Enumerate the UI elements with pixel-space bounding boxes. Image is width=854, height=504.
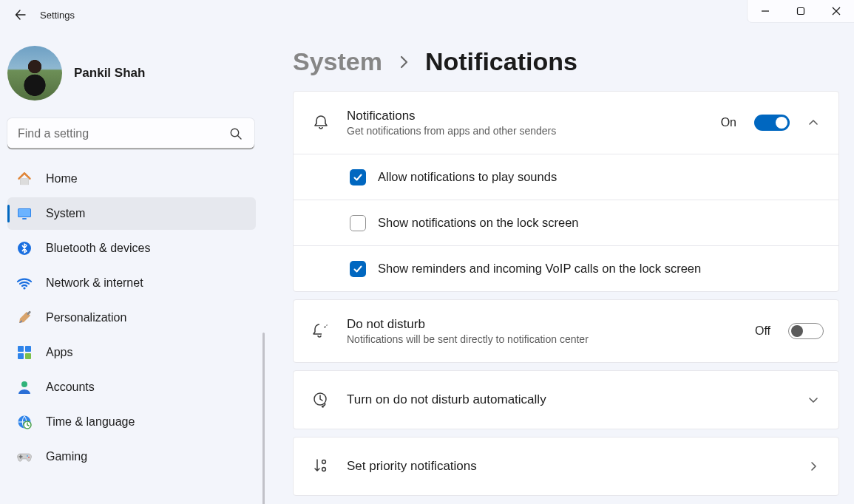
sidebar-item-label: Accounts	[46, 381, 95, 394]
clock-globe-icon	[16, 414, 33, 430]
sidebar-item-gaming[interactable]: Gaming	[7, 440, 256, 473]
dnd-icon: zz	[308, 321, 333, 341]
notifications-row[interactable]: Notifications Get notifications from app…	[294, 92, 838, 154]
maximize-icon	[796, 7, 805, 16]
user-name: Pankil Shah	[74, 66, 145, 81]
svg-rect-2	[21, 178, 29, 185]
search-input[interactable]	[7, 118, 254, 149]
bluetooth-icon	[16, 240, 33, 256]
search-box[interactable]	[7, 118, 254, 149]
close-icon	[832, 7, 841, 16]
notifications-toggle[interactable]	[754, 115, 790, 131]
option-row-voip[interactable]: Show reminders and incoming VoIP calls o…	[294, 245, 838, 291]
dnd-row[interactable]: zz Do not disturb Notifications will be …	[294, 300, 838, 362]
sidebar-item-label: Personalization	[46, 311, 126, 324]
svg-rect-11	[18, 353, 24, 359]
svg-point-16	[27, 455, 28, 457]
sidebar-nav: Home System Bluetooth & devices Network …	[7, 163, 265, 473]
system-icon	[16, 205, 33, 222]
person-icon	[16, 379, 33, 395]
svg-rect-5	[22, 218, 27, 219]
checkbox-play-sounds[interactable]	[350, 169, 366, 185]
wifi-icon	[16, 275, 33, 291]
option-row-play-sounds[interactable]: Allow notifications to play sounds	[294, 154, 838, 200]
sidebar-item-label: Home	[46, 172, 78, 185]
chevron-up-icon[interactable]	[803, 117, 824, 129]
svg-rect-0	[798, 8, 804, 15]
svg-rect-10	[25, 346, 31, 352]
notifications-title: Notifications	[347, 109, 708, 123]
sidebar-item-time[interactable]: Time & language	[7, 406, 256, 438]
sidebar-item-label: Network & internet	[46, 276, 143, 290]
notifications-subtitle: Get notifications from apps and other se…	[347, 125, 708, 137]
chevron-right-icon	[399, 54, 409, 70]
gamepad-icon	[16, 449, 33, 465]
close-button[interactable]	[819, 0, 854, 22]
option-label: Show reminders and incoming VoIP calls o…	[378, 262, 701, 276]
sidebar-item-label: Time & language	[46, 415, 135, 429]
sidebar-scrollbar[interactable]	[262, 333, 265, 504]
back-button[interactable]	[10, 4, 31, 25]
svg-text:z: z	[326, 323, 328, 327]
dnd-title: Do not disturb	[347, 317, 742, 332]
minimize-button[interactable]	[748, 0, 783, 22]
priority-icon	[308, 457, 333, 475]
clock-arrow-icon	[308, 391, 333, 409]
sidebar-item-label: Gaming	[46, 450, 87, 463]
paintbrush-icon	[16, 310, 33, 326]
svg-point-13	[21, 381, 27, 387]
chevron-down-icon[interactable]	[803, 394, 824, 406]
breadcrumb-leaf: Notifications	[425, 47, 577, 76]
option-row-lockscreen[interactable]: Show notifications on the lock screen	[294, 200, 838, 245]
svg-rect-9	[18, 346, 24, 352]
svg-point-21	[322, 460, 326, 464]
maximize-button[interactable]	[783, 0, 819, 22]
sidebar-item-accounts[interactable]: Accounts	[7, 371, 256, 403]
window-title: Settings	[40, 10, 75, 21]
sidebar-item-bluetooth[interactable]: Bluetooth & devices	[7, 232, 256, 265]
breadcrumb: System Notifications	[293, 47, 839, 76]
user-profile[interactable]: Pankil Shah	[7, 40, 265, 115]
checkbox-lockscreen[interactable]	[350, 215, 366, 231]
back-icon	[15, 9, 27, 21]
sidebar-item-network[interactable]: Network & internet	[7, 267, 256, 299]
sidebar-item-personalization[interactable]: Personalization	[7, 302, 256, 334]
chevron-right-icon[interactable]	[803, 460, 824, 472]
notifications-card: Notifications Get notifications from app…	[293, 91, 839, 292]
svg-point-17	[28, 457, 30, 458]
dnd-auto-card: Turn on do not disturb automatically	[293, 370, 839, 429]
svg-rect-4	[18, 209, 30, 217]
svg-point-7	[23, 287, 25, 289]
svg-rect-12	[25, 353, 31, 359]
checkbox-voip[interactable]	[350, 261, 366, 277]
notifications-state-label: On	[721, 116, 736, 129]
apps-icon	[16, 344, 33, 361]
dnd-auto-row[interactable]: Turn on do not disturb automatically	[294, 371, 838, 429]
dnd-subtitle: Notifications will be sent directly to n…	[347, 333, 742, 345]
sidebar-item-home[interactable]: Home	[7, 163, 256, 195]
sidebar-item-apps[interactable]: Apps	[7, 336, 256, 369]
minimize-icon	[761, 7, 770, 16]
priority-card: Set priority notifications	[293, 437, 839, 496]
priority-title: Set priority notifications	[347, 459, 790, 474]
sidebar-item-label: System	[46, 207, 85, 220]
home-icon	[16, 171, 33, 187]
bell-icon	[308, 114, 333, 132]
sidebar-item-label: Bluetooth & devices	[46, 242, 150, 255]
sidebar-item-system[interactable]: System	[7, 197, 256, 230]
dnd-toggle[interactable]	[788, 323, 824, 339]
breadcrumb-root[interactable]: System	[293, 47, 382, 76]
option-label: Show notifications on the lock screen	[378, 216, 579, 230]
priority-row[interactable]: Set priority notifications	[294, 437, 838, 495]
dnd-state-label: Off	[755, 324, 770, 338]
dnd-card: zz Do not disturb Notifications will be …	[293, 299, 839, 363]
avatar	[7, 46, 62, 101]
caption-buttons	[748, 0, 854, 22]
option-label: Allow notifications to play sounds	[378, 170, 557, 184]
sidebar-item-label: Apps	[46, 346, 72, 359]
svg-point-22	[322, 468, 326, 471]
dnd-auto-title: Turn on do not disturb automatically	[347, 392, 790, 407]
